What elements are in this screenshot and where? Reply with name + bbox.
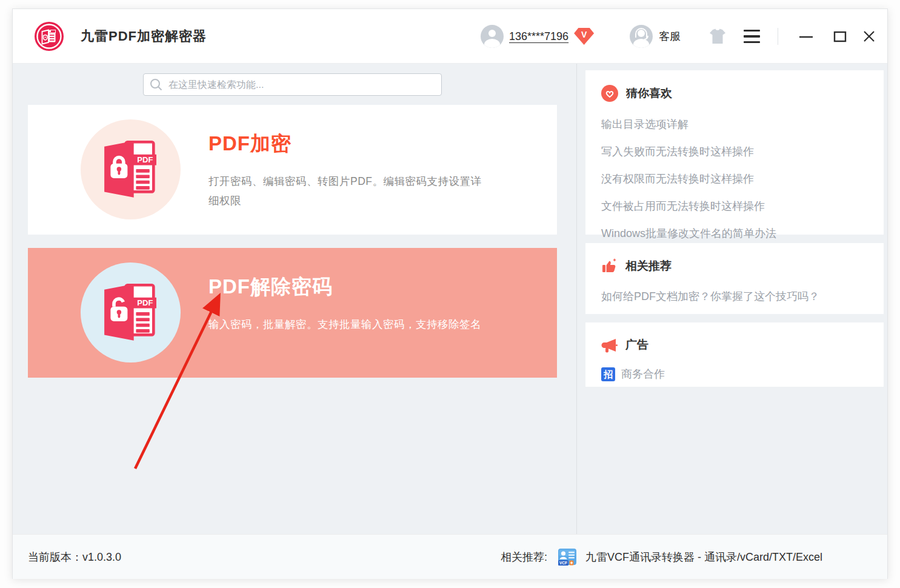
- account-button[interactable]: 136****7196 V: [481, 9, 594, 64]
- minimize-icon: [799, 29, 813, 44]
- version-text: 当前版本：v1.0.3.0: [28, 535, 121, 580]
- content-divider: [576, 64, 577, 534]
- guess-you-like-panel: 猜你喜欢 输出目录选项详解 写入失败而无法转换时这样操作 没有权限而无法转换时这…: [585, 70, 884, 235]
- sidebar-link[interactable]: 输出目录选项详解: [601, 117, 688, 132]
- close-button[interactable]: [859, 26, 879, 47]
- pdf-encrypt-title: PDF加密: [208, 130, 292, 158]
- search-input[interactable]: [168, 79, 435, 90]
- status-bar: 当前版本：v1.0.3.0 相关推荐: VCF: [13, 534, 887, 579]
- account-phone: 136****7196: [509, 30, 568, 43]
- recommendations-title: 相关推荐: [625, 258, 672, 274]
- footer-recommend-label: 相关推荐:: [501, 550, 547, 564]
- business-cooperation-link[interactable]: 商务合作: [621, 367, 665, 381]
- recommendations-header: 相关推荐: [601, 243, 884, 274]
- customer-service-button[interactable]: 客服: [630, 9, 681, 64]
- search-icon: [150, 78, 163, 92]
- recommendations-panel: 相关推荐 如何给PDF文档加密？你掌握了这个技巧吗？: [585, 243, 884, 314]
- megaphone-icon: [601, 338, 618, 353]
- sidebar-link[interactable]: 文件被占用而无法转换时这样操作: [601, 199, 765, 213]
- footer-recommend: 相关推荐: VCF 九雷VCF通讯录转: [501, 535, 822, 580]
- heart-icon: [601, 85, 618, 102]
- recommendation-link[interactable]: 如何给PDF文档加密？你掌握了这个技巧吗？: [601, 289, 819, 304]
- pdf-encrypt-description: 打开密码、编辑密码、转图片PDF。编辑密码支持设置详细权限: [208, 172, 490, 210]
- svg-text:PDF: PDF: [137, 155, 153, 164]
- svg-text:PDF: PDF: [137, 298, 153, 307]
- minimize-button[interactable]: [796, 26, 816, 47]
- ads-panel: 广告 招 商务合作: [585, 322, 884, 387]
- footer-recommend-link[interactable]: VCF 九雷VCF通讯录转换器 - 通讯录/vCard/TXT/Excel: [556, 547, 822, 567]
- ads-title: 广告: [625, 337, 648, 353]
- maximize-button[interactable]: [830, 26, 850, 47]
- app-window: 九雷PDF加密解密器 136****7196 V 客服: [12, 8, 888, 579]
- business-cooperation-row: 招 商务合作: [601, 367, 884, 381]
- titlebar-divider: [778, 28, 778, 45]
- maximize-icon: [833, 29, 847, 44]
- titlebar: 九雷PDF加密解密器 136****7196 V 客服: [13, 9, 887, 64]
- sidebar-link[interactable]: 写入失败而无法转换时这样操作: [601, 144, 754, 159]
- recruit-badge-icon: 招: [601, 367, 615, 381]
- pdf-decrypt-title: PDF解除密码: [208, 273, 333, 301]
- app-logo-icon: [35, 22, 64, 51]
- main-menu-button[interactable]: [741, 26, 762, 47]
- user-avatar-icon: [481, 25, 504, 48]
- thumbs-up-icon: [601, 258, 618, 274]
- footer-recommend-link-text: 九雷VCF通讯录转换器 - 通讯录/vCard/TXT/Excel: [585, 550, 822, 564]
- pdf-decrypt-description: 输入密码，批量解密。支持批量输入密码，支持移除签名: [208, 315, 490, 334]
- guess-you-like-links: 输出目录选项详解 写入失败而无法转换时这样操作 没有权限而无法转换时这样操作 文…: [601, 117, 884, 241]
- hamburger-icon: [744, 30, 760, 44]
- skin-theme-button[interactable]: [707, 26, 728, 47]
- tshirt-icon: [709, 28, 726, 44]
- sidebar-link[interactable]: Windows批量修改文件名的简单办法: [601, 226, 776, 241]
- close-icon: [862, 29, 876, 44]
- pdf-lock-icon: PDF: [81, 119, 181, 219]
- search-box: [143, 73, 442, 96]
- pdf-encrypt-card[interactable]: PDF PDF加密 打开密码、编辑密码、转图片PDF。编辑密码支持设置详细权限: [28, 105, 557, 235]
- vcf-app-icon: VCF: [556, 547, 578, 567]
- sidebar-link[interactable]: 没有权限而无法转换时这样操作: [601, 172, 754, 186]
- pdf-unlock-icon: PDF: [81, 262, 181, 362]
- vip-badge-icon: V: [574, 28, 594, 45]
- guess-you-like-title: 猜你喜欢: [626, 85, 672, 101]
- customer-service-label: 客服: [659, 29, 681, 44]
- guess-you-like-header: 猜你喜欢: [601, 70, 884, 102]
- pdf-decrypt-card[interactable]: PDF PDF解除密码 输入密码，批量解密。支持批量输入密码，支持移除签名: [28, 248, 557, 378]
- svg-text:VCF: VCF: [559, 561, 567, 565]
- ads-header: 广告: [601, 322, 884, 353]
- customer-service-avatar-icon: [630, 25, 653, 48]
- app-title: 九雷PDF加密解密器: [81, 9, 207, 64]
